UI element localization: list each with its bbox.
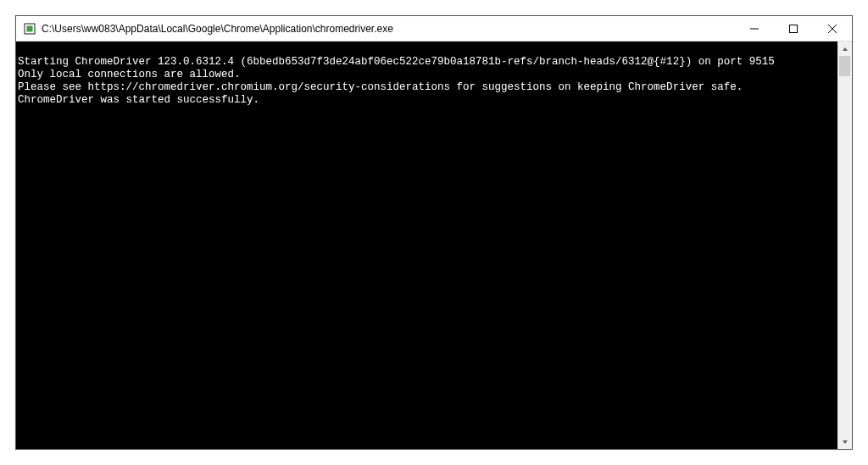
svg-marker-6 xyxy=(843,47,848,51)
close-icon xyxy=(828,25,837,33)
maximize-icon xyxy=(789,25,798,33)
maximize-button[interactable] xyxy=(774,16,813,41)
scrollbar-thumb[interactable] xyxy=(839,56,850,76)
console-area: Starting ChromeDriver 123.0.6312.4 (6bbe… xyxy=(16,42,852,449)
svg-marker-7 xyxy=(843,440,848,444)
minimize-button[interactable] xyxy=(735,16,774,41)
console-line: Only local connections are allowed. xyxy=(18,69,241,80)
console-output[interactable]: Starting ChromeDriver 123.0.6312.4 (6bbe… xyxy=(16,42,837,449)
app-window: C:\Users\ww083\AppData\Local\Google\Chro… xyxy=(15,15,853,450)
close-button[interactable] xyxy=(813,16,852,41)
vertical-scrollbar[interactable] xyxy=(837,42,852,449)
console-line: Please see https://chromedriver.chromium… xyxy=(18,81,743,93)
chevron-up-icon xyxy=(842,46,849,53)
scroll-down-button[interactable] xyxy=(837,435,852,449)
scrollbar-track[interactable] xyxy=(837,56,852,435)
console-line: ChromeDriver was started successfully. xyxy=(18,94,259,106)
console-line: Starting ChromeDriver 123.0.6312.4 (6bbe… xyxy=(18,56,775,68)
svg-rect-3 xyxy=(790,25,798,32)
svg-rect-1 xyxy=(27,25,33,31)
chevron-down-icon xyxy=(842,439,849,446)
scroll-up-button[interactable] xyxy=(837,42,852,56)
minimize-icon xyxy=(750,25,759,33)
window-controls xyxy=(735,16,852,41)
titlebar[interactable]: C:\Users\ww083\AppData\Local\Google\Chro… xyxy=(16,16,852,42)
app-icon xyxy=(23,22,36,36)
window-title: C:\Users\ww083\AppData\Local\Google\Chro… xyxy=(42,23,735,35)
